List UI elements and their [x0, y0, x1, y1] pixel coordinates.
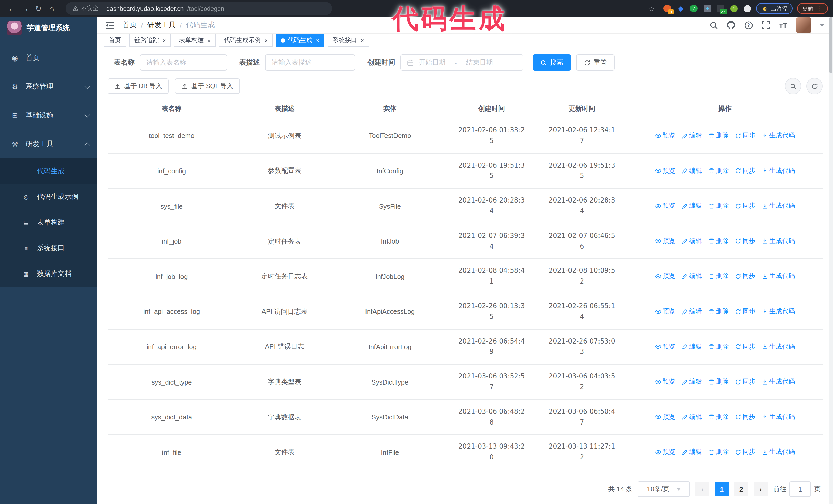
table-name-input[interactable]: 请输入表名称 [140, 54, 227, 71]
action-edit-link[interactable]: 编辑 [682, 272, 702, 281]
extension-icon-gem[interactable]: ◆ [676, 4, 685, 13]
action-sync-link[interactable]: 同步 [735, 166, 755, 175]
user-avatar[interactable] [796, 18, 811, 33]
action-delete-link[interactable]: 删除 [708, 272, 729, 281]
action-generate-code-link[interactable]: 生成代码 [761, 378, 795, 386]
import-db-button[interactable]: 基于 DB 导入 [108, 78, 169, 94]
action-delete-link[interactable]: 删除 [708, 237, 729, 246]
extension-icon-orange[interactable]: 1 [663, 4, 672, 13]
action-sync-link[interactable]: 同步 [735, 378, 755, 386]
font-size-icon[interactable]: ᴛT [779, 21, 788, 30]
sidebar-item-code-generation[interactable]: 代码生成 [0, 159, 97, 184]
action-delete-link[interactable]: 删除 [708, 448, 729, 457]
sidebar-logo[interactable]: 芋道管理系统 [0, 17, 97, 40]
action-generate-code-link[interactable]: 生成代码 [761, 448, 795, 457]
browser-reload-button[interactable]: ↻ [32, 2, 45, 15]
action-sync-link[interactable]: 同步 [735, 307, 755, 316]
toggle-search-button[interactable] [785, 78, 801, 94]
fullscreen-icon[interactable] [761, 21, 770, 30]
action-delete-link[interactable]: 删除 [708, 131, 729, 140]
browser-update-button[interactable]: 更新 ⋮ [797, 3, 828, 14]
help-icon[interactable]: ? [744, 21, 753, 30]
scrollbar-thumb[interactable] [829, 17, 832, 73]
action-generate-code-link[interactable]: 生成代码 [761, 413, 795, 422]
action-delete-link[interactable]: 删除 [708, 342, 729, 351]
action-edit-link[interactable]: 编辑 [682, 307, 702, 316]
search-button[interactable]: 搜索 [532, 54, 571, 71]
close-tab-icon[interactable]: × [361, 37, 364, 43]
action-edit-link[interactable]: 编辑 [682, 413, 702, 422]
window-scrollbar[interactable] [829, 17, 833, 504]
action-edit-link[interactable]: 编辑 [682, 378, 702, 386]
extension-icon-dark[interactable]: on [716, 4, 725, 13]
action-edit-link[interactable]: 编辑 [682, 237, 702, 246]
sidebar-item-form-builder[interactable]: ▤表单构建 [0, 210, 97, 235]
tab-trace[interactable]: 链路追踪× [129, 34, 171, 47]
extension-icon-key[interactable]: ⚲ [730, 4, 738, 13]
action-preview-link[interactable]: 预览 [655, 166, 675, 175]
close-tab-icon[interactable]: × [163, 37, 166, 43]
action-preview-link[interactable]: 预览 [655, 272, 675, 281]
action-edit-link[interactable]: 编辑 [682, 202, 702, 211]
profile-paused-chip[interactable]: ☻ 已暂停 [756, 3, 792, 14]
tab-home[interactable]: 首页 [103, 34, 126, 47]
action-preview-link[interactable]: 预览 [655, 342, 675, 351]
date-range-picker[interactable]: 开始日期 - 结束日期 [400, 54, 523, 71]
sidebar-item-infrastructure[interactable]: ⊞基础设施 [0, 101, 97, 130]
action-preview-link[interactable]: 预览 [655, 378, 675, 386]
tab-form-builder[interactable]: 表单构建× [174, 34, 216, 47]
sidebar-toggle-button[interactable] [105, 21, 114, 29]
extension-icon-check[interactable]: ✓ [690, 4, 698, 13]
sidebar-item-database-doc[interactable]: ▦数据库文档 [0, 261, 97, 287]
action-preview-link[interactable]: 预览 [655, 413, 675, 422]
action-delete-link[interactable]: 删除 [708, 413, 729, 422]
action-delete-link[interactable]: 删除 [708, 307, 729, 316]
table-desc-input[interactable]: 请输入表描述 [265, 54, 355, 71]
extension-icon-puzzle[interactable] [743, 4, 752, 13]
action-generate-code-link[interactable]: 生成代码 [761, 342, 795, 351]
action-sync-link[interactable]: 同步 [735, 413, 755, 422]
tab-system-api[interactable]: 系统接口× [328, 34, 369, 47]
close-tab-icon[interactable]: × [207, 37, 211, 43]
action-preview-link[interactable]: 预览 [655, 307, 675, 316]
bookmark-star-icon[interactable]: ☆ [645, 2, 659, 15]
action-preview-link[interactable]: 预览 [655, 202, 675, 211]
close-tab-icon[interactable]: × [264, 37, 268, 43]
import-sql-button[interactable]: 基于 SQL 导入 [175, 78, 240, 94]
breadcrumb-item[interactable]: 研发工具 [147, 21, 176, 30]
action-generate-code-link[interactable]: 生成代码 [761, 237, 795, 246]
action-preview-link[interactable]: 预览 [655, 131, 675, 140]
sidebar-item-codegen-example[interactable]: ◎代码生成示例 [0, 184, 97, 210]
action-delete-link[interactable]: 删除 [708, 202, 729, 211]
goto-page-input[interactable]: 1 [789, 481, 811, 497]
user-menu-caret-icon[interactable] [820, 24, 825, 27]
action-sync-link[interactable]: 同步 [735, 448, 755, 457]
action-generate-code-link[interactable]: 生成代码 [761, 202, 795, 211]
browser-back-button[interactable]: ← [5, 2, 19, 15]
reset-button[interactable]: 重置 [576, 54, 615, 71]
browser-home-button[interactable]: ⌂ [45, 2, 58, 15]
tab-codegen[interactable]: 代码生成× [276, 34, 325, 47]
action-delete-link[interactable]: 删除 [708, 378, 729, 386]
action-edit-link[interactable]: 编辑 [682, 131, 702, 140]
browser-forward-button[interactable]: → [19, 2, 32, 15]
tab-codegen-example[interactable]: 代码生成示例× [219, 34, 273, 47]
page-button-2[interactable]: 2 [734, 482, 748, 496]
action-generate-code-link[interactable]: 生成代码 [761, 131, 795, 140]
sidebar-item-home[interactable]: ◉首页 [0, 44, 97, 72]
sidebar-item-dev-tools[interactable]: ⚒研发工具 [0, 130, 97, 159]
extension-icon-grid[interactable]: ◆ [703, 4, 712, 13]
sidebar-item-system-management[interactable]: ⚙系统管理 [0, 72, 97, 101]
breadcrumb-item[interactable]: 首页 [122, 21, 137, 30]
next-page-button[interactable]: › [754, 482, 768, 496]
action-edit-link[interactable]: 编辑 [682, 166, 702, 175]
github-icon[interactable] [727, 21, 736, 30]
sidebar-item-system-api[interactable]: ≡系统接口 [0, 235, 97, 261]
page-button-1[interactable]: 1 [715, 482, 729, 496]
action-edit-link[interactable]: 编辑 [682, 448, 702, 457]
action-sync-link[interactable]: 同步 [735, 202, 755, 211]
action-delete-link[interactable]: 删除 [708, 166, 729, 175]
action-preview-link[interactable]: 预览 [655, 448, 675, 457]
close-tab-icon[interactable]: × [316, 37, 319, 43]
action-sync-link[interactable]: 同步 [735, 131, 755, 140]
